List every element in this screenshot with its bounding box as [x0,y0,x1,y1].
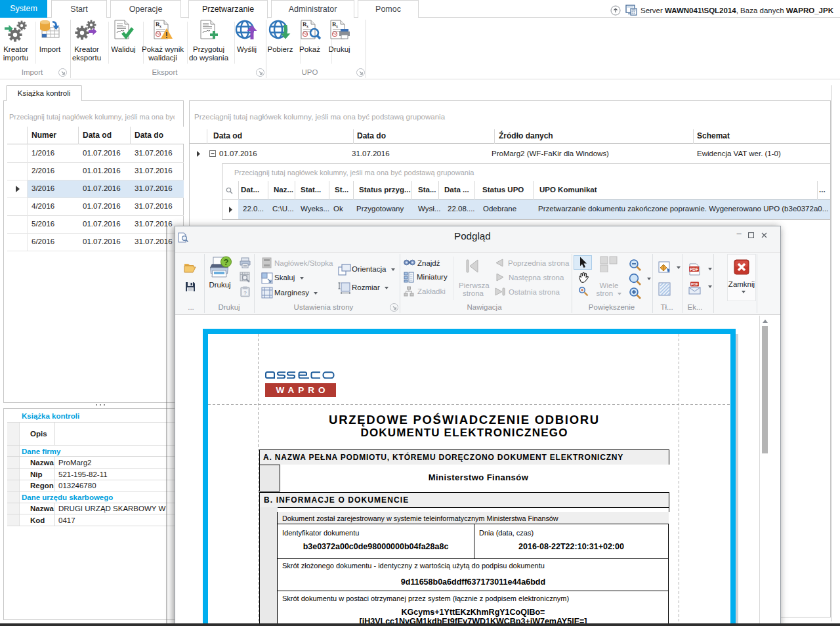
svg-text:PDF: PDF [691,282,699,286]
svg-text:x: x [306,24,308,28]
svg-text:PDF: PDF [690,267,698,272]
svg-text:x: x [159,24,161,28]
svg-text:x: x [336,24,338,28]
svg-text:?: ? [243,290,247,296]
svg-text:?: ? [224,257,229,267]
